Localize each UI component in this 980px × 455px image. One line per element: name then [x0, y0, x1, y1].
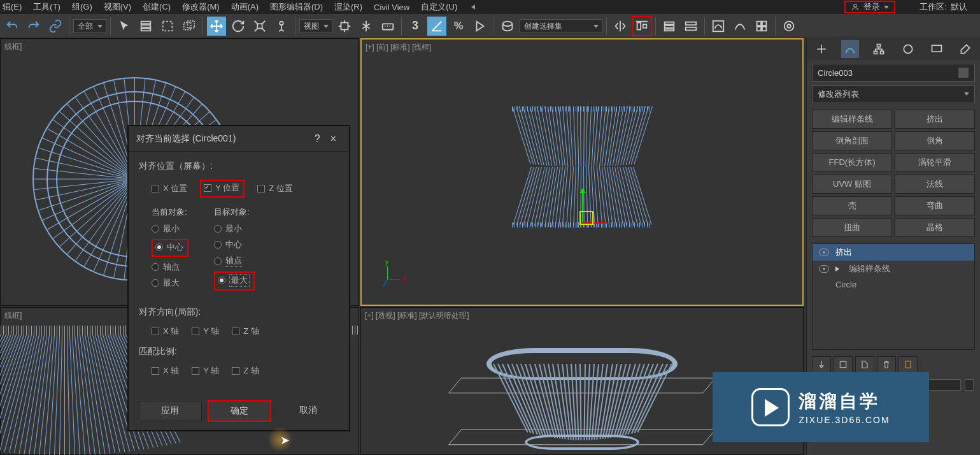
angle-snap-toggle[interactable]	[427, 17, 446, 36]
material-editor-button[interactable]	[752, 17, 771, 36]
eye-icon[interactable]	[819, 265, 829, 273]
rotate-button[interactable]	[229, 17, 248, 36]
menu-edit[interactable]: 辑(E)	[3, 1, 22, 13]
show-end-result-button[interactable]	[834, 356, 853, 373]
hierarchy-tab[interactable]	[870, 40, 888, 58]
stack-item-circle[interactable]: Circle	[813, 277, 974, 292]
pivot-button[interactable]	[335, 17, 354, 36]
menu-modifier[interactable]: 修改器(M)	[182, 1, 220, 13]
mod-btn-ffd[interactable]: FFD(长方体)	[812, 153, 892, 172]
menu-anim[interactable]: 动画(A)	[231, 1, 259, 13]
selection-set-dropdown[interactable]: 创建选择集	[520, 19, 602, 33]
menu-tools[interactable]: 工具(T)	[33, 1, 60, 13]
coord-system-dropdown[interactable]: 视图	[299, 19, 332, 33]
layer-explorer-button[interactable]	[660, 17, 679, 36]
mod-btn-bend[interactable]: 弯曲	[895, 196, 975, 215]
render-setup-button[interactable]	[779, 17, 799, 36]
move-button[interactable]	[207, 17, 226, 36]
current-min-radio[interactable]: 最小	[152, 223, 188, 235]
ok-button[interactable]: 确定	[208, 401, 271, 421]
menu-graph[interactable]: 图形编辑器(D)	[270, 1, 323, 13]
mod-btn-normal[interactable]: 法线	[895, 175, 975, 194]
mirror-button[interactable]	[611, 17, 630, 36]
placement-button[interactable]	[272, 17, 291, 36]
edit-selection-set[interactable]	[498, 17, 517, 36]
curve-editor-button[interactable]	[709, 17, 728, 36]
percent-snap-toggle[interactable]: %	[449, 17, 468, 36]
viewport-front[interactable]: [+] [前] [标准] [线框]	[360, 38, 804, 306]
gizmo-xy-plane[interactable]	[579, 211, 593, 225]
menu-group[interactable]: 组(G)	[72, 1, 92, 13]
mod-btn-lattice[interactable]: 晶格	[895, 218, 975, 237]
current-max-radio[interactable]: 最大	[152, 277, 188, 289]
target-pivot-radio[interactable]: 轴点	[214, 255, 255, 267]
menu-render[interactable]: 渲染(R)	[334, 1, 362, 13]
scale-button[interactable]	[250, 17, 269, 36]
manipulate-button[interactable]	[357, 17, 376, 36]
apply-button[interactable]: 应用	[139, 401, 202, 421]
mod-btn-bevel-profile[interactable]: 倒角剖面	[812, 131, 892, 150]
modify-tab[interactable]	[841, 40, 859, 58]
menu-custom[interactable]: 自定义(U)	[421, 1, 457, 13]
object-name-field[interactable]: Circle003	[812, 64, 975, 82]
display-tab[interactable]	[928, 40, 946, 58]
target-min-radio[interactable]: 最小	[214, 223, 255, 235]
align-button[interactable]	[632, 17, 651, 36]
remove-modifier-button[interactable]	[877, 356, 896, 373]
spinner-buttons[interactable]	[965, 379, 974, 391]
mod-btn-turbosmooth[interactable]: 涡轮平滑	[895, 153, 975, 172]
scale-y-checkbox[interactable]: Y 轴	[192, 365, 219, 377]
select-object-button[interactable]	[115, 17, 134, 36]
target-center-radio[interactable]: 中心	[214, 239, 255, 250]
select-region-rect[interactable]	[158, 17, 177, 36]
stack-item-extrude[interactable]: 挤出	[813, 244, 974, 261]
scale-x-checkbox[interactable]: X 轴	[152, 365, 179, 377]
mod-btn-bevel[interactable]: 倒角	[895, 131, 975, 150]
dialog-titlebar[interactable]: 对齐当前选择 (Circle001) ? ×	[129, 126, 349, 152]
help-button[interactable]: ?	[309, 131, 325, 147]
y-position-checkbox[interactable]: Y 位置	[200, 180, 245, 198]
link-button[interactable]	[46, 17, 65, 36]
scale-z-checkbox[interactable]: Z 轴	[232, 365, 259, 377]
pin-stack-button[interactable]	[812, 356, 831, 373]
modifier-list-dropdown[interactable]: 修改器列表	[812, 85, 975, 103]
configure-sets-button[interactable]	[898, 356, 918, 373]
orient-z-checkbox[interactable]: Z 轴	[232, 326, 259, 337]
toggle-ribbon-button[interactable]	[681, 17, 700, 36]
login-button[interactable]: 登录	[844, 1, 895, 13]
orient-y-checkbox[interactable]: Y 轴	[192, 326, 219, 337]
mod-btn-twist[interactable]: 扭曲	[812, 218, 892, 237]
utilities-tab[interactable]	[956, 40, 974, 58]
current-center-radio[interactable]: 中心	[152, 239, 188, 257]
menu-more-arrow[interactable]	[469, 4, 475, 10]
expand-icon[interactable]	[835, 266, 842, 271]
z-position-checkbox[interactable]: Z 位置	[257, 183, 293, 194]
stack-item-edit-spline[interactable]: 编辑样条线	[813, 261, 974, 277]
orient-x-checkbox[interactable]: X 轴	[152, 326, 179, 337]
mod-btn-extrude[interactable]: 挤出	[895, 110, 975, 129]
mod-btn-shell[interactable]: 壳	[812, 196, 892, 215]
mod-btn-edit-spline[interactable]: 编辑样条线	[812, 110, 892, 129]
mod-btn-uvw[interactable]: UVW 贴图	[812, 175, 892, 194]
undo-button[interactable]	[3, 17, 22, 36]
create-tab[interactable]	[813, 40, 830, 58]
redo-button[interactable]	[24, 17, 43, 36]
menu-create[interactable]: 创建(C)	[143, 1, 171, 13]
workspace-selector[interactable]: 工作区: 默认	[920, 1, 967, 13]
target-max-radio[interactable]: 最大	[214, 271, 255, 291]
cancel-button[interactable]: 取消	[277, 401, 339, 421]
x-position-checkbox[interactable]: X 位置	[152, 183, 187, 194]
keyboard-button[interactable]	[378, 17, 397, 36]
object-color-swatch[interactable]	[958, 67, 969, 78]
schematic-view-button[interactable]	[730, 17, 749, 36]
snap-toggle[interactable]: 3	[406, 17, 425, 36]
make-unique-button[interactable]	[855, 356, 874, 373]
menu-view[interactable]: 视图(V)	[104, 1, 131, 13]
select-window-crossing[interactable]	[180, 17, 199, 36]
eye-icon[interactable]	[819, 249, 829, 256]
spinner-snap-toggle[interactable]	[471, 17, 490, 36]
close-button[interactable]: ×	[325, 131, 341, 147]
menu-civil[interactable]: Civil View	[374, 3, 409, 12]
motion-tab[interactable]	[899, 40, 917, 58]
select-by-name-button[interactable]	[136, 17, 155, 36]
